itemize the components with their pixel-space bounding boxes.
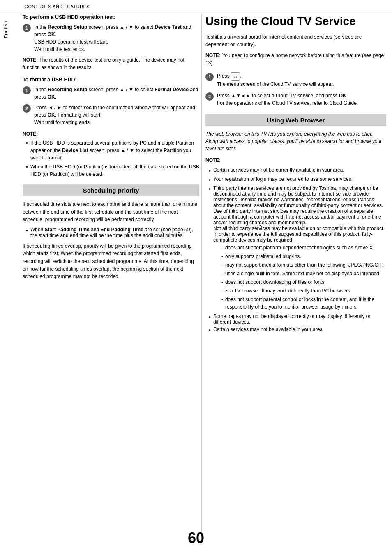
cloud-step1-text: Press ⌂. The menu screen of the Cloud TV… [217,72,386,88]
note-label: NOTE: [23,57,38,63]
step1-subtext1: USB HDD operation test will start. [34,39,108,45]
scheduling-priority-para2: If scheduling times overlap, priority wi… [23,242,199,281]
cloud-tv-step1: 1 Press ⌂. The menu screen of the Cloud … [205,72,386,88]
dash-item-1-text: does not support platform-dependent tech… [225,244,374,251]
format-step-circle-2: 2 [23,104,31,113]
web-browser-note-label: NOTE: [205,157,221,163]
cloud-tv-section: Using the Cloud TV Service Toshiba's uni… [205,14,386,107]
web-browser-intro: The web browser on this TV lets you expl… [205,130,386,152]
bullet-dot-wb3: • [209,185,211,193]
format-note-bullet2-text: When the USB HDD (or Partition) is forma… [30,163,199,178]
dash-item-7-text: does not support parental control or loc… [225,296,386,311]
scheduling-priority-para1: If scheduled time slots are next to each… [23,200,199,223]
cloud-step-circle-1: 1 [205,73,214,81]
page-number: 60 [188,530,204,547]
step1-text: In the Recording Setup screen, press ▲ /… [34,23,199,53]
cloud-step2-subtext: For the operations of the Cloud TV servi… [217,100,358,106]
web-browser-bullet4: • Some pages may not be displayed correc… [205,313,386,325]
bullet-dot-sched: • [26,227,28,234]
format-step1-text: In the Recording Setup screen, press ▲ /… [34,86,199,101]
cloud-tv-note: NOTE: You need to configure a home netwo… [205,52,386,67]
format-note-bullet1: • If the USB HDD is separated several pa… [23,139,199,161]
dash-mark-7: - [221,296,223,303]
wb-bullet5-text: Certain services may not be available in… [213,327,324,332]
bullet-dot-wb1: • [209,167,211,175]
controls-header: CONTROLS AND FEATURES [25,4,90,9]
step-circle-1: 1 [23,24,31,32]
scheduling-bullet1-text: When Start Padding Time and End Padding … [30,227,199,238]
home-icon: ⌂ [231,72,240,81]
page-container: CONTROLS AND FEATURES English To perform… [0,0,392,555]
dash-item-3-text: may not support media formats other than… [225,261,384,269]
scheduling-priority-heading: Scheduling priority [23,184,199,196]
dash-mark-4: - [221,270,223,277]
usb-hdd-test-heading: To perform a USB HDD operation test: [23,14,199,20]
dash-item-5: - does not support downloading of files … [213,279,386,286]
dash-mark-5: - [221,279,223,286]
usb-hdd-test-section: To perform a USB HDD operation test: 1 I… [23,14,199,71]
scheduling-bullet1: • When Start Padding Time and End Paddin… [23,227,199,238]
dash-item-4: - uses a single built-in font. Some text… [213,270,386,277]
wb-bullet3-text: Third party internet services are not pr… [213,185,386,312]
bullet-dot: • [26,139,28,147]
format-step-circle-1: 1 [23,86,31,94]
usb-hdd-test-note: NOTE: The results of the device test are… [23,56,199,71]
web-browser-section: Using Web Browser The web browser on thi… [205,114,386,334]
dash-mark-3: - [221,261,223,269]
usb-hdd-format-heading: To format a USB HDD: [23,77,199,83]
right-column: Using the Cloud TV Service Toshiba's uni… [205,14,386,336]
cloud-tv-step2: 2 Press ▲▼◄► to select a Cloud TV servic… [205,92,386,107]
dash-item-1: - does not support platform-dependent te… [213,244,386,251]
format-step2-subtext: Wait until formatting ends. [34,120,91,125]
format-note-label: NOTE: [23,131,38,137]
format-note-bullet1-text: If the USB HDD is separated several part… [30,139,199,161]
dash-mark-6: - [221,287,223,295]
web-browser-bullet2: • Your registration or login may be requ… [205,176,386,184]
dash-item-6: - is a TV browser. It may work different… [213,287,386,295]
format-step2-text: Press ◄ / ► to select Yes in the confirm… [34,104,199,126]
dash-item-5-text: does not support downloading of files or… [225,279,326,286]
wb-bullet2-text: Your registration or login may be requir… [213,176,353,182]
web-browser-note-label-block: NOTE: [205,157,386,164]
format-step1: 1 In the Recording Setup screen, press ▲… [23,86,199,101]
note-text: The results of the device test are only … [23,57,184,70]
step1-subtext2: Wait until the test ends. [34,46,85,52]
dash-mark-2: - [221,253,223,260]
cloud-step2-text: Press ▲▼◄► to select a Cloud TV service,… [217,92,386,107]
dash-item-4-text: uses a single built-in font. Some text m… [225,270,380,277]
bullet-dot-wb2: • [209,176,211,184]
web-browser-bullet3: • Third party internet services are not … [205,185,386,312]
language-label: English [3,21,8,38]
cloud-step1-subtext: The menu screen of the Cloud TV service … [217,81,334,87]
cloud-step-circle-2: 2 [205,92,214,101]
usb-hdd-test-step1: 1 In the Recording Setup screen, press ▲… [23,23,199,53]
bullet-dot-wb5: • [209,327,211,334]
format-note-bullet2: • When the USB HDD (or Partition) is for… [23,163,199,178]
top-border-line [0,12,392,12]
dash-item-7: - does not support parental control or l… [213,296,386,311]
web-browser-heading: Using Web Browser [205,114,386,126]
dash-item-6-text: is a TV browser. It may work differently… [225,287,352,295]
cloud-tv-note-label: NOTE: [205,53,221,58]
bullet-dot-2: • [26,163,28,170]
dash-item-2-text: only supports preinstalled plug-ins. [225,253,301,260]
dash-item-3: - may not support media formats other th… [213,261,386,269]
dash-mark-1: - [221,244,223,251]
wb-bullet1-text: Certain services may not be currently av… [213,167,344,173]
left-column: To perform a USB HDD operation test: 1 I… [23,14,199,284]
web-browser-bullet1: • Certain services may not be currently … [205,167,386,175]
bullet-dot-wb4: • [209,313,211,321]
cloud-tv-note-text: You need to configure a home network bef… [205,53,384,66]
web-browser-bullet5: • Certain services may not be available … [205,327,386,334]
format-note: NOTE: • If the USB HDD is separated seve… [23,130,199,178]
cloud-tv-description: Toshiba's universal portal for internet … [205,33,386,48]
cloud-tv-title: Using the Cloud TV Service [205,14,386,28]
usb-hdd-format-section: To format a USB HDD: 1 In the Recording … [23,77,199,178]
format-step2: 2 Press ◄ / ► to select Yes in the confi… [23,104,199,126]
dash-item-2: - only supports preinstalled plug-ins. [213,253,386,260]
wb-bullet4-text: Some pages may not be displayed correctl… [213,313,386,325]
column-divider [201,14,202,540]
